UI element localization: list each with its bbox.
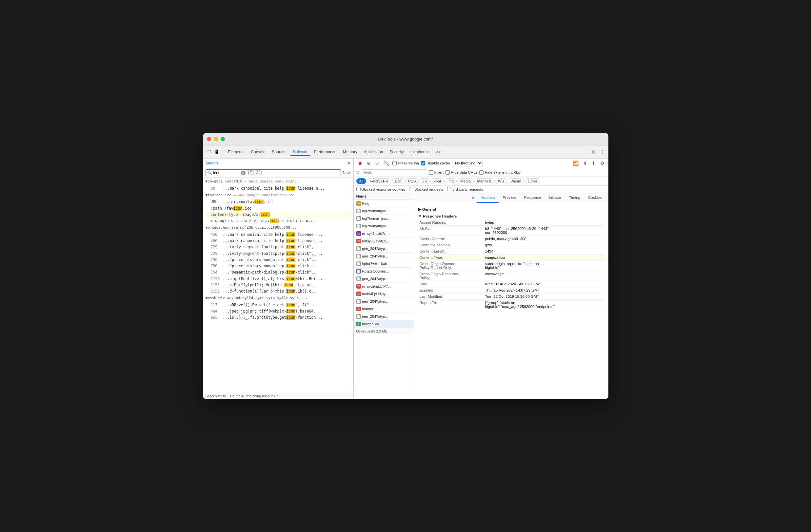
tab-lighthouse[interactable]: Lighthouse — [408, 148, 432, 156]
regex-button[interactable]: (.*) — [247, 170, 254, 175]
minimize-button[interactable] — [214, 137, 218, 141]
result-line[interactable]: 729 ...ivity-segment-tooltip.hl-icon-cli… — [203, 244, 353, 250]
tab-timing[interactable]: Timing — [565, 193, 584, 203]
result-line[interactable]: 750 ..."place-history-moment.sp-icon-cli… — [203, 263, 353, 269]
type-tab-font[interactable]: Font — [430, 178, 444, 184]
request-item-gen3[interactable]: 📄 gen_204?atyp... — [354, 275, 414, 283]
type-tab-media[interactable]: Media — [457, 178, 473, 184]
request-item-m-syv9[interactable]: JS m=syv9,syv8,V... — [354, 237, 414, 245]
request-item-gen4[interactable]: 📄 gen_204?atyp... — [354, 298, 414, 305]
tab-sources[interactable]: Sources — [270, 148, 289, 156]
request-item-rotate[interactable]: 📄 RotateCookies... — [354, 268, 414, 275]
request-item-mhfcr[interactable]: JS m=hfcr — [354, 305, 414, 313]
result-line[interactable]: 404 ...jpeg|jpg|png|tiff|webp|x-icon);ba… — [203, 308, 353, 314]
invert-checkbox[interactable]: Invert — [429, 170, 444, 175]
request-item-hpba[interactable]: 📄 hpba?vet=10ah... — [354, 260, 414, 268]
request-item-log3[interactable]: 📄 log?format=jso... — [354, 222, 414, 230]
result-line[interactable]: 2151 ...d=function(a){var b=this.icon.Eb… — [203, 288, 353, 295]
blocked-cookies-checkbox[interactable]: Blocked response cookies — [356, 187, 406, 191]
tab-headers[interactable]: Headers — [477, 193, 499, 203]
hide-ext-urls-input[interactable] — [479, 170, 484, 175]
tab-network[interactable]: Network — [290, 148, 310, 156]
result-line[interactable]: 80 ...mark canonical cite help icon lice… — [203, 185, 353, 192]
result-line[interactable]: 2150 ...s.Bb("Jylpdf");_Vn(this.icon,"ti… — [203, 282, 353, 288]
hide-data-urls-input[interactable] — [445, 170, 450, 175]
search-clear-button[interactable]: ✕ — [241, 171, 246, 175]
type-tab-manifest[interactable]: Manifest — [474, 178, 494, 184]
tab-console[interactable]: Console — [248, 148, 268, 156]
preserve-log-checkbox[interactable]: Preserve log — [393, 161, 419, 166]
hide-data-urls-checkbox[interactable]: Hide data URLs — [445, 170, 477, 175]
tab-response[interactable]: Response — [520, 193, 545, 203]
request-item-ping[interactable]: ⟲ Ping — [354, 200, 414, 207]
result-line[interactable]: x-google-scs-row-key: /favicon.ico:stati… — [203, 218, 353, 224]
inspect-icon[interactable]: ⬚ — [205, 149, 212, 155]
result-line[interactable]: :path /favicon.ico — [203, 205, 353, 212]
more-tabs-button[interactable]: >> — [433, 148, 443, 156]
filter-input[interactable] — [362, 169, 427, 175]
type-tab-img[interactable]: Img — [444, 178, 457, 184]
search-close-button[interactable]: ✕ — [347, 160, 351, 166]
blocked-requests-input[interactable] — [409, 187, 413, 191]
throttle-select[interactable]: No throttling — [452, 160, 483, 167]
result-line[interactable]: 955 ...is,6});_.fs.prototype.geticon=fun… — [203, 314, 353, 321]
type-tab-js[interactable]: JS — [419, 178, 430, 184]
type-tab-wasm[interactable]: Wasm — [508, 178, 524, 184]
request-item-gen2[interactable]: 📄 gen_204?atyp... — [354, 253, 414, 260]
request-item-gen5[interactable]: 📄 gen_204?atyp... — [354, 313, 414, 320]
disable-cache-checkbox[interactable]: Disable cache — [421, 161, 450, 166]
third-party-input[interactable] — [447, 187, 452, 191]
tab-preview[interactable]: Preview — [499, 193, 520, 203]
network-settings-icon[interactable]: ⚙ — [599, 160, 606, 167]
close-button[interactable] — [207, 137, 211, 141]
download-icon[interactable]: ⬇ — [591, 160, 597, 167]
tab-application[interactable]: Application — [361, 148, 386, 156]
maximize-button[interactable] — [220, 137, 225, 141]
search-refresh-button[interactable]: ↻ — [342, 170, 346, 175]
menu-icon[interactable]: ⋮ — [599, 149, 606, 155]
blocked-cookies-input[interactable] — [356, 187, 361, 191]
response-headers-section[interactable]: ▼ Response Headers — [418, 213, 605, 219]
type-tab-ws[interactable]: WS — [495, 178, 507, 184]
tab-memory[interactable]: Memory — [340, 148, 359, 156]
type-tab-css[interactable]: CSS — [405, 178, 419, 184]
record-button[interactable]: ⏺ — [356, 160, 364, 167]
type-tab-doc[interactable]: Doc — [392, 178, 404, 184]
case-button[interactable]: Aa — [255, 170, 262, 175]
request-item-m-syk7[interactable]: JS m=syk7,sylc?xj... — [354, 230, 414, 237]
result-line-highlighted[interactable]: content-type: image/x-icon — [203, 212, 353, 218]
type-tab-fetch[interactable]: Fetch/XHR — [367, 178, 391, 184]
request-item-favicon[interactable]: G favicon.ico — [354, 320, 414, 328]
request-item-gen1[interactable]: 📄 gen_204?atyp... — [354, 245, 414, 253]
request-item-m-kmf[interactable]: JS m=kMFpHd,sy... — [354, 290, 414, 298]
tab-cookies[interactable]: Cookies — [584, 193, 606, 203]
result-line[interactable]: 450 ...mark canonical cite help icon lic… — [203, 232, 353, 238]
settings-icon[interactable]: ⚙ — [591, 149, 597, 155]
hide-ext-urls-checkbox[interactable]: Hide extension URLs — [479, 170, 520, 175]
upload-icon[interactable]: ⬆ — [582, 160, 588, 167]
result-line[interactable]: 729 ...ivity-segment-tooltip.sp-icon-cli… — [203, 251, 353, 257]
request-item-log2[interactable]: 📄 log?format=jso... — [354, 215, 414, 222]
result-line[interactable]: URL ...gle.com/favicon.ico — [203, 199, 353, 205]
third-party-checkbox[interactable]: 3rd-party requests — [447, 187, 483, 191]
blocked-requests-checkbox[interactable]: Blocked requests — [409, 187, 443, 191]
disable-cache-input[interactable] — [421, 161, 425, 166]
result-line[interactable]: 2150 ...s.getRoot().el(),a);this.icon=th… — [203, 276, 353, 282]
clear-button[interactable]: ⊘ — [366, 160, 372, 167]
search-input-box[interactable]: 🔍 ✕ (.*) Aa — [205, 169, 341, 176]
type-tab-all[interactable]: All — [356, 178, 367, 184]
invert-input[interactable] — [429, 170, 433, 175]
wifi-icon[interactable]: 📶 — [572, 160, 580, 167]
result-line[interactable]: 460 ...mark canonical cite help icon lic… — [203, 238, 353, 244]
request-item-log1[interactable]: 📄 log?format=jso... — [354, 207, 414, 215]
detail-close-button[interactable]: ✕ — [470, 194, 477, 202]
search-clear-all-button[interactable]: ⊘ — [347, 170, 351, 175]
tab-security[interactable]: Security — [387, 148, 406, 156]
tab-initiator[interactable]: Initiator — [545, 193, 565, 203]
request-item-m-syg9[interactable]: JS m=syg9,aLUfP?... — [354, 283, 414, 290]
general-section[interactable]: ▶ General — [418, 206, 605, 213]
filter-icon[interactable]: ▽ — [374, 160, 380, 167]
search-network-button[interactable]: 🔍 — [382, 160, 391, 167]
result-line[interactable]: 117 ...nDReve"));Bw.set("select_icon",_J… — [203, 302, 353, 308]
result-line[interactable]: 750 ..."place-history-moment.hl-icon-cli… — [203, 257, 353, 263]
